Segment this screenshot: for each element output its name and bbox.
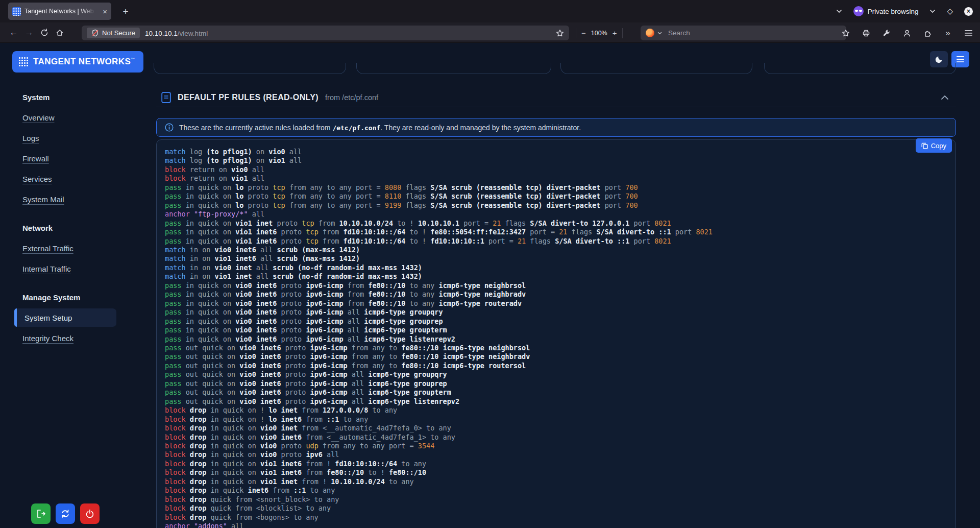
banner-path: /etc/pf.conf	[332, 124, 380, 132]
sidebar-item-services[interactable]: Services	[0, 169, 128, 189]
tangent-favicon	[12, 7, 21, 16]
site-security-chip[interactable]: Not Secure	[87, 28, 140, 38]
zoom-out-button[interactable]: −	[581, 29, 586, 37]
extensions-icon[interactable]	[921, 26, 934, 41]
hamburger-icon	[957, 56, 964, 62]
sidebar-item-internal-traffic[interactable]: Internal Traffic	[0, 258, 128, 279]
pf-rule-line: match in on vio0 inet6 all scrub (max-ms…	[165, 246, 947, 254]
tab-close-icon[interactable]: ×	[103, 8, 107, 15]
back-button[interactable]: ←	[6, 25, 21, 40]
tools-wrench-icon[interactable]	[880, 26, 893, 41]
home-button[interactable]	[52, 25, 67, 40]
pf-rule-line: block drop in quick on vio0 inet6 from <…	[165, 433, 947, 442]
url-bar[interactable]: Not Secure 10.10.10.1/view.html	[82, 26, 569, 40]
sidebar-section: NetworkExternal TrafficInternal Traffic	[0, 218, 128, 279]
main-content: DEFAULT PF RULES (READ-ONLY) from /etc/p…	[156, 43, 956, 528]
power-icon	[85, 509, 94, 518]
collapse-chevron-up-icon[interactable]	[941, 95, 949, 100]
pf-rule-line: pass out quick on vio0 inet6 proto ipv6-…	[165, 352, 947, 361]
overflow-menu-icon[interactable]: »	[941, 26, 954, 41]
pf-rule-line: pass in quick on vio1 inet proto tcp fro…	[165, 219, 947, 228]
zoom-level[interactable]: 100%	[591, 30, 607, 37]
power-button[interactable]	[80, 503, 100, 524]
navigation-toolbar: ← → Not Secure 10.10.10.1/view.html	[0, 22, 980, 43]
sync-icon	[61, 509, 70, 518]
copy-label: Copy	[931, 142, 946, 150]
app-menu-icon[interactable]	[962, 26, 975, 41]
pf-rule-line: match in on vio0 inet all scrub (no-df r…	[165, 263, 947, 272]
browser-tab[interactable]: Tangent Networks | Web in ×	[8, 3, 111, 20]
pf-rule-line: pass in quick on vio0 inet6 proto ipv6-i…	[165, 326, 947, 334]
sidebar-navigation: SystemOverviewLogsFirewallServicesSystem…	[0, 43, 128, 356]
stat-card-stub	[560, 63, 752, 74]
window-close-icon[interactable]: ×	[964, 7, 973, 16]
search-engine-icon[interactable]	[646, 29, 654, 37]
pf-rule-line: pass out quick on vio0 inet6 proto ipv6-…	[165, 344, 947, 352]
search-input[interactable]: Search	[668, 29, 690, 37]
stat-card-stub	[154, 63, 346, 74]
forward-button[interactable]: →	[21, 25, 37, 40]
url-text: 10.10.10.1/view.html	[145, 29, 208, 38]
search-bar[interactable]: Search	[641, 26, 846, 40]
pf-rule-line: block drop in quick on vio1 inet6 from !…	[165, 460, 947, 468]
search-engine-chevron-icon[interactable]	[657, 32, 662, 35]
pf-rule-line: match in on vio1 inet6 all scrub (max-ms…	[165, 254, 947, 263]
private-browsing-badge: Private browsing	[853, 6, 919, 16]
sidebar-item-overview[interactable]: Overview	[0, 107, 128, 128]
section-header: DEFAULT PF RULES (READ-ONLY) from /etc/p…	[156, 90, 956, 105]
list-tabs-chevron-icon[interactable]	[836, 9, 842, 13]
logout-button[interactable]	[31, 503, 51, 524]
sidebar-section: SystemOverviewLogsFirewallServicesSystem…	[0, 87, 128, 209]
pf-rule-line: pass in quick on lo proto tcp from any t…	[165, 183, 947, 192]
pf-rule-line: block drop in quick on vio1 inet from ! …	[165, 477, 947, 486]
pf-rule-line: pass in quick on vio0 inet6 proto ipv6-i…	[165, 317, 947, 326]
pf-rule-line: pass in quick on vio0 inet6 proto ipv6-i…	[165, 335, 947, 344]
sidebar-item-system-mail[interactable]: System Mail	[0, 189, 128, 209]
pf-rule-line: block drop in quick on vio0 inet from <_…	[165, 424, 947, 433]
pf-rule-line: block return on vio0 all	[165, 165, 947, 174]
pf-rule-line: anchor "ftp-proxy/*" all	[165, 210, 947, 219]
sidebar-item-external-traffic[interactable]: External Traffic	[0, 238, 128, 258]
pf-rule-line: block drop quick from <snort_block> to a…	[165, 495, 947, 504]
private-browsing-label: Private browsing	[868, 8, 919, 15]
stat-card-stub	[356, 63, 551, 74]
bookmarks-icon[interactable]	[839, 26, 852, 41]
pf-rule-line: pass in quick on vio0 inet6 proto ipv6-i…	[165, 290, 947, 299]
url-host: 10.10.10.1	[145, 30, 178, 37]
pf-rule-line: block drop in quick on vio0 proto udp fr…	[165, 442, 947, 450]
zoom-controls: − 100% +	[576, 26, 623, 40]
reload-button[interactable]	[37, 25, 52, 40]
sidebar-item-firewall[interactable]: Firewall	[0, 148, 128, 169]
pf-rules-panel: Copy match log (to pflog1) on vio0 allma…	[156, 139, 956, 528]
logout-icon	[36, 509, 46, 518]
pf-rule-line: block drop quick from <bogons> to any	[165, 513, 947, 522]
pf-rule-line: anchor "addons" all	[165, 522, 947, 528]
sidebar-item-integrity-check[interactable]: Integrity Check	[0, 328, 128, 348]
header-divider	[156, 107, 956, 107]
pf-rule-line: match log (to pflog1) on vio1 all	[165, 156, 947, 165]
bookmark-star-icon[interactable]	[556, 29, 564, 37]
new-tab-button[interactable]: +	[118, 5, 133, 19]
pf-rule-line: block drop in quick inet6 from ::1 to an…	[165, 486, 947, 495]
document-icon	[161, 92, 171, 103]
pf-rule-line: match in on vio1 inet all scrub (no-df r…	[165, 272, 947, 281]
account-icon[interactable]	[900, 26, 914, 41]
print-icon[interactable]	[860, 26, 873, 41]
pf-rule-line: block drop in quick on vio0 proto ipv6 a…	[165, 450, 947, 459]
copy-button[interactable]: Copy	[916, 138, 952, 153]
sidebar-item-logs[interactable]: Logs	[0, 128, 128, 148]
info-banner: These are the currently active rules loa…	[156, 118, 956, 137]
pf-rules-code[interactable]: match log (to pflog1) on vio0 allmatch l…	[157, 140, 955, 528]
pf-rule-line: pass out quick on vio0 inet6 proto ipv6-…	[165, 388, 947, 397]
sidebar-item-system-setup[interactable]: System Setup	[14, 308, 116, 327]
window-minimize-icon[interactable]	[929, 9, 936, 13]
zoom-in-button[interactable]: +	[612, 29, 617, 37]
window-maximize-icon[interactable]: ◇	[947, 7, 953, 16]
sync-button[interactable]	[56, 503, 75, 524]
pf-rule-line: match log (to pflog1) on vio0 all	[165, 148, 947, 156]
pf-rule-line: pass out quick on vio0 inet6 proto ipv6-…	[165, 362, 947, 370]
sidebar-heading-manage-system: Manage System	[0, 287, 128, 307]
pf-rule-line: pass in quick on vio0 inet6 proto ipv6-i…	[165, 308, 947, 317]
pf-rule-line: pass in quick on vio1 inet6 proto tcp fr…	[165, 228, 947, 236]
sidebar-heading-system: System	[0, 87, 128, 107]
